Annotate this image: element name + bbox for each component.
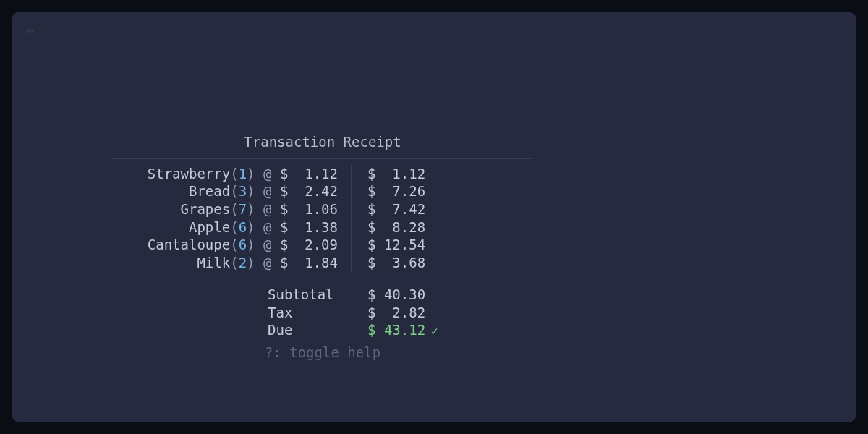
receipt-title: Transaction Receipt [113,124,532,158]
receipt-line: Grapes(7) @ $ 1.06 $ 7.42 [113,200,532,218]
terminal-panel: ⋯ Transaction Receipt Strawberry(1) @ $ … [12,12,856,422]
receipt-line: Cantaloupe(6) @ $ 2.09 $ 12.54 [113,236,532,254]
due-row: Due $ 43.12✓ [113,321,532,339]
window-marker: ⋯ [26,22,842,40]
receipt-line: Bread(3) @ $ 2.42 $ 7.26 [113,182,532,200]
help-hint: ?: toggle help [113,344,532,362]
receipt-line: Milk(2) @ $ 1.84 $ 3.68 [113,254,532,272]
receipt-totals: Subtotal $ 40.30 Tax $ 2.82 Due $ 43.12✓ [113,278,532,341]
check-icon: ✓ [425,324,438,338]
receipt: Transaction Receipt Strawberry(1) @ $ 1.… [113,124,532,362]
receipt-line: Strawberry(1) @ $ 1.12 $ 1.12 [113,165,532,183]
receipt-items: Strawberry(1) @ $ 1.12 $ 1.12 Bread(3) @… [113,159,532,278]
receipt-line: Apple(6) @ $ 1.38 $ 8.28 [113,218,532,237]
tax-row: Tax $ 2.82 [113,304,532,322]
subtotal-row: Subtotal $ 40.30 [113,286,532,304]
